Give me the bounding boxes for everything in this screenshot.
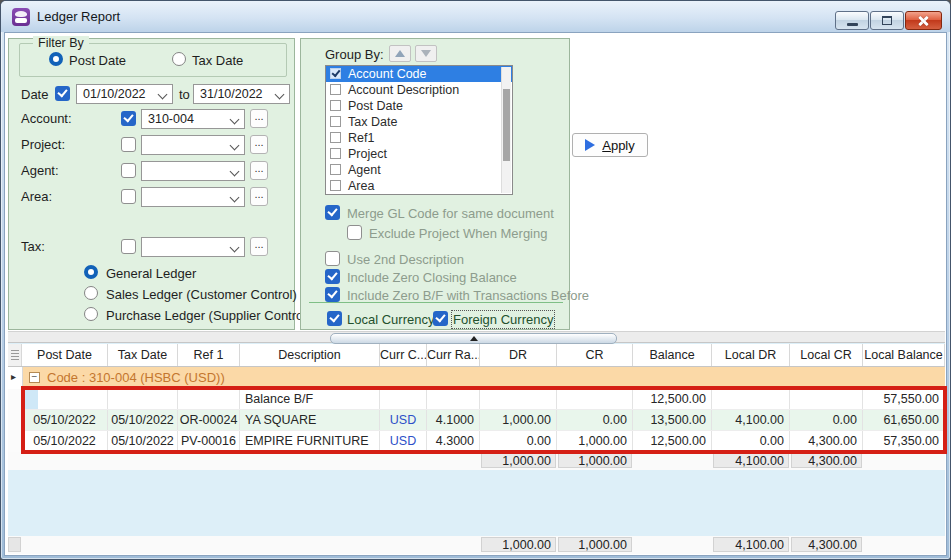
cell-description[interactable]: YA SQUARE <box>240 410 380 430</box>
cell-curr-rate[interactable]: 4.1000 <box>427 410 480 430</box>
cell-tax-date[interactable]: 05/10/2022 <box>108 431 178 451</box>
column-header-description[interactable]: Description <box>240 344 380 366</box>
cell-curr-rate[interactable]: 4.3000 <box>427 431 480 451</box>
include-zero-closing-balance-checkbox[interactable] <box>325 269 340 284</box>
table-row[interactable]: Balance B/F12,500.0057,550.00 <box>8 389 945 410</box>
filter-combo-area[interactable] <box>141 187 245 207</box>
close-button[interactable] <box>905 11 942 30</box>
cell-curr-code[interactable] <box>380 389 427 409</box>
column-header-selector[interactable] <box>8 344 22 366</box>
cell-local-cr[interactable]: 4,300.00 <box>790 431 863 451</box>
cell-post-date[interactable]: 05/10/2022 <box>22 431 108 451</box>
cell-balance[interactable]: 13,500.00 <box>633 410 712 430</box>
filter-combo-account[interactable]: 310-004 <box>141 109 245 129</box>
cell-ref-1[interactable]: OR-00024 <box>178 410 240 430</box>
cell-description[interactable]: Balance B/F <box>240 389 380 409</box>
include-zero-b-f-with-transactions-before-checkbox[interactable] <box>325 287 340 302</box>
group-row[interactable]: ▸−Code : 310-004 (HSBC (USD)) <box>8 367 945 389</box>
collapse-group-button[interactable]: − <box>29 372 40 383</box>
filter-browse-tax[interactable]: ... <box>250 237 268 256</box>
row-selector-cell[interactable] <box>8 389 22 410</box>
tax-date-radio[interactable] <box>172 52 186 66</box>
group-by-item-area[interactable]: Area <box>326 178 512 194</box>
local-currency-checkbox[interactable] <box>327 311 342 326</box>
filter-browse-area[interactable]: ... <box>250 187 268 206</box>
cell-dr[interactable] <box>480 389 557 409</box>
move-down-button[interactable] <box>415 45 437 62</box>
column-header-dr[interactable]: DR <box>480 344 557 366</box>
cell-post-date[interactable]: 05/10/2022 <box>22 410 108 430</box>
date-checkbox[interactable] <box>55 86 70 101</box>
titlebar[interactable]: Ledger Report <box>1 1 950 32</box>
scrollbar-thumb[interactable] <box>503 89 510 161</box>
cell-tax-date[interactable] <box>108 389 178 409</box>
group-by-item-checkbox[interactable] <box>330 180 341 191</box>
column-header-ref-1[interactable]: Ref 1 <box>178 344 240 366</box>
purchase-ledger-supplier-control-radio-label[interactable]: Purchase Ledger (Supplier Control) <box>106 308 311 323</box>
cell-dr[interactable]: 0.00 <box>480 431 557 451</box>
cell-ref-1[interactable]: PV-00016 <box>178 431 240 451</box>
filter-browse-account[interactable]: ... <box>250 109 268 128</box>
cell-curr-rate[interactable] <box>427 389 480 409</box>
apply-button[interactable]: Apply <box>572 133 648 157</box>
group-by-item-account-code[interactable]: Account Code <box>326 66 512 82</box>
move-up-button[interactable] <box>389 45 411 62</box>
merge-gl-code-for-same-document-checkbox[interactable] <box>325 205 340 220</box>
cell-local-dr[interactable] <box>712 389 790 409</box>
row-selector-cell[interactable] <box>8 431 22 452</box>
cell-curr-code[interactable]: USD <box>380 410 427 430</box>
cell-local-cr[interactable] <box>790 389 863 409</box>
list-scrollbar[interactable] <box>501 67 511 193</box>
tax-date-radio-label[interactable]: Tax Date <box>192 53 243 68</box>
date-from-combo[interactable]: 01/10/2022 <box>76 84 173 104</box>
post-date-radio-label[interactable]: Post Date <box>69 53 126 68</box>
cell-curr-code[interactable]: USD <box>380 431 427 451</box>
purchase-ledger-supplier-control-radio[interactable] <box>84 307 98 321</box>
sales-ledger-customer-control-radio[interactable] <box>84 286 98 300</box>
cell-cr[interactable]: 0.00 <box>557 410 633 430</box>
column-header-cr[interactable]: CR <box>557 344 633 366</box>
cell-ref-1[interactable] <box>178 389 240 409</box>
general-ledger-radio[interactable] <box>84 265 98 279</box>
group-by-item-checkbox[interactable] <box>330 148 341 159</box>
group-by-item-checkbox[interactable] <box>330 100 341 111</box>
sales-ledger-customer-control-radio-label[interactable]: Sales Ledger (Customer Control) <box>106 287 297 302</box>
row-selector-cell[interactable] <box>8 410 22 431</box>
post-date-radio[interactable] <box>49 52 63 66</box>
cell-balance[interactable]: 12,500.00 <box>633 431 712 451</box>
filter-browse-project[interactable]: ... <box>250 135 268 154</box>
group-by-item-post-date[interactable]: Post Date <box>326 98 512 114</box>
group-by-item-checkbox[interactable] <box>330 68 341 79</box>
cell-balance[interactable]: 12,500.00 <box>633 389 712 409</box>
group-by-item-account-description[interactable]: Account Description <box>326 82 512 98</box>
splitter-handle[interactable] <box>330 333 617 344</box>
filter-browse-agent[interactable]: ... <box>250 161 268 180</box>
group-by-item-tax-date[interactable]: Tax Date <box>326 114 512 130</box>
cell-dr[interactable]: 1,000.00 <box>480 410 557 430</box>
table-row[interactable]: 05/10/202205/10/2022OR-00024YA SQUAREUSD… <box>8 410 945 431</box>
filter-checkbox-tax[interactable] <box>121 239 136 254</box>
exclude-project-when-merging-checkbox[interactable] <box>347 225 362 240</box>
general-ledger-radio-label[interactable]: General Ledger <box>106 266 196 281</box>
cell-cr[interactable]: 1,000.00 <box>557 431 633 451</box>
filter-checkbox-project[interactable] <box>121 137 136 152</box>
filter-combo-project[interactable] <box>141 135 245 155</box>
column-header-local-balance[interactable]: Local Balance <box>863 344 945 366</box>
column-header-post-date[interactable]: Post Date <box>22 344 108 366</box>
cell-local-dr[interactable]: 4,100.00 <box>712 410 790 430</box>
group-by-item-project[interactable]: Project <box>326 146 512 162</box>
maximize-button[interactable] <box>870 11 904 30</box>
group-by-item-checkbox[interactable] <box>330 116 341 127</box>
cell-local-balance[interactable]: 61,650.00 <box>863 410 945 430</box>
column-header-local-cr[interactable]: Local CR <box>790 344 863 366</box>
table-row[interactable]: 05/10/202205/10/2022PV-00016EMPIRE FURNI… <box>8 431 945 452</box>
cell-local-balance[interactable]: 57,550.00 <box>863 389 945 409</box>
cell-cr[interactable] <box>557 389 633 409</box>
column-header-curr-code[interactable]: Curr C... <box>380 344 427 366</box>
group-by-item-checkbox[interactable] <box>330 84 341 95</box>
column-header-balance[interactable]: Balance <box>633 344 712 366</box>
cell-local-balance[interactable]: 57,350.00 <box>863 431 945 451</box>
group-by-item-agent[interactable]: Agent <box>326 162 512 178</box>
group-by-list[interactable]: Account CodeAccount DescriptionPost Date… <box>325 65 513 195</box>
cell-local-dr[interactable]: 0.00 <box>712 431 790 451</box>
